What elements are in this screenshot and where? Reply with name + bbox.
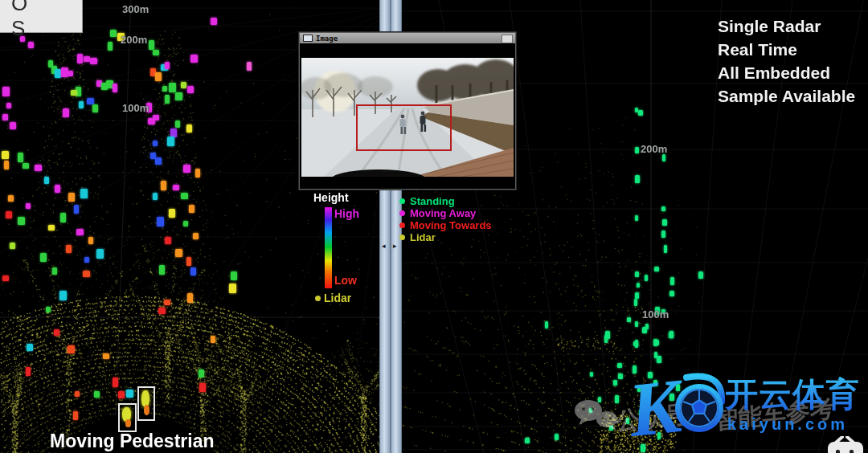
lidar-cluster — [193, 233, 199, 239]
radar-point — [662, 219, 667, 226]
lidar-cluster — [118, 391, 125, 398]
lidar-cluster — [108, 42, 113, 51]
lidar-cluster — [83, 271, 90, 277]
lidar-dot-icon — [399, 235, 405, 240]
radar-point — [657, 356, 661, 363]
radar-point — [590, 372, 593, 377]
lidar-cluster — [229, 284, 236, 293]
lidar-cluster — [46, 307, 51, 312]
radar-point — [661, 231, 665, 238]
lidar-cluster — [148, 118, 155, 124]
lidar-cluster — [35, 165, 42, 171]
radar-point — [635, 215, 638, 221]
pedestrian-box — [137, 386, 155, 421]
radar-point — [637, 283, 640, 288]
lidar-cluster — [88, 237, 93, 244]
lidar-cluster — [90, 58, 97, 64]
lidar-cluster — [103, 353, 109, 359]
lidar-cluster — [158, 308, 166, 314]
lidar-cluster — [84, 257, 89, 263]
lidar-cluster — [6, 103, 11, 108]
splitter-collapse-left-icon[interactable]: ◂ — [382, 243, 386, 250]
annotation-block: Single Radar Real Time All Embedded Samp… — [718, 14, 855, 108]
radar-point — [634, 299, 637, 306]
lidar-cluster — [80, 189, 88, 198]
lidar-cluster — [23, 163, 29, 169]
lidar-cluster — [231, 271, 237, 280]
radar-legend: Standing Moving Away Moving Towards Lida… — [399, 195, 492, 243]
moving-away-dot-icon — [399, 210, 405, 216]
legend-item-standing: Standing — [399, 195, 492, 207]
radar-point — [635, 292, 639, 299]
lidar-cluster — [18, 217, 25, 225]
lidar-cluster — [48, 225, 55, 231]
lidar-cluster — [92, 104, 98, 112]
lidar-cluster — [55, 185, 60, 193]
radar-point — [698, 271, 703, 279]
lidar-cluster — [59, 291, 67, 300]
lidar-cluster — [77, 54, 83, 63]
lidar-cluster — [110, 30, 117, 37]
app-window: 300m 200m 100m O S Moving Pedestrian Hei… — [0, 0, 868, 453]
window-title-bar[interactable]: Image — [300, 33, 515, 43]
splitter-collapse-right-icon[interactable]: ▸ — [393, 243, 397, 250]
lidar-cluster — [155, 157, 162, 165]
watermark-brand: 开云体育 — [725, 373, 860, 417]
window-button[interactable] — [502, 35, 513, 43]
radar-point — [641, 444, 645, 452]
lidar-cluster — [113, 378, 118, 387]
lidar-cluster — [10, 243, 15, 249]
lidar-cluster — [190, 267, 196, 275]
lidar-cluster — [18, 153, 23, 162]
lidar-cluster — [161, 181, 166, 190]
height-colorbar — [325, 207, 332, 288]
radar-point — [654, 267, 659, 271]
moving-towards-dot-icon — [399, 222, 405, 228]
caption-moving-pedestrian: Moving Pedestrian — [50, 431, 214, 452]
range-label-200m: 200m — [121, 34, 147, 46]
lidar-cluster — [61, 67, 68, 77]
radar-point — [670, 277, 674, 285]
lidar-cluster — [181, 82, 186, 88]
radar-point — [635, 175, 640, 183]
window-title: Image — [316, 35, 338, 43]
lidar-cluster — [186, 124, 192, 133]
lidar-cluster — [211, 18, 217, 25]
lidar-cluster — [55, 69, 61, 78]
lidar-cluster — [165, 237, 171, 244]
height-low-label: Low — [334, 274, 357, 287]
lidar-cluster — [149, 40, 154, 50]
lidar-cluster — [167, 137, 174, 146]
lidar-cluster — [66, 245, 72, 253]
radar-point — [635, 340, 638, 348]
lidar-cluster — [75, 391, 80, 397]
lidar-cluster — [175, 120, 180, 128]
lidar-cluster — [76, 229, 84, 235]
lidar-cluster — [199, 383, 206, 392]
lidar-cluster — [84, 56, 90, 62]
radar-point — [664, 245, 667, 253]
lidar-cluster — [165, 95, 170, 104]
lidar-cluster — [8, 195, 14, 202]
radar-point — [617, 363, 622, 368]
lidar-cluster — [164, 300, 170, 305]
lidar-cluster — [10, 122, 16, 129]
lidar-cluster — [74, 205, 79, 214]
lidar-cluster — [26, 367, 31, 376]
radar-point — [618, 373, 623, 379]
annotation-line: Single Radar — [718, 14, 855, 38]
radar-point — [669, 291, 674, 296]
radar-point — [605, 331, 610, 339]
legend-item-moving-towards: Moving Towards — [399, 219, 492, 231]
lidar-cluster — [28, 42, 34, 48]
lidar-cluster — [247, 62, 252, 71]
lidar-cluster — [68, 193, 75, 202]
lidar-cluster — [96, 249, 104, 259]
lidar-cluster — [27, 344, 33, 351]
lidar-cluster — [153, 50, 159, 55]
camera-image-window[interactable]: Image — [299, 32, 516, 190]
annotation-line: All Embedded — [718, 61, 855, 84]
lidar-cluster — [68, 345, 75, 353]
lidar-cluster — [175, 249, 182, 257]
lidar-cluster — [181, 193, 188, 199]
